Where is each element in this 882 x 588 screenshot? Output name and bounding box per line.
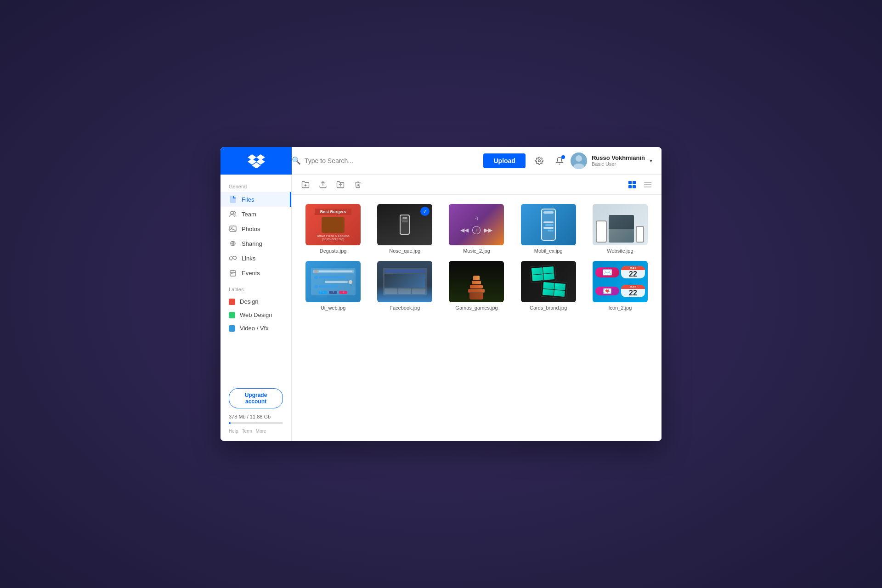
events-icon [229,269,237,277]
body: General Files [220,175,662,441]
icon2-thumbnail: ✉️ MAY 22 💌 MAY 22 [593,261,648,302]
sidebar-item-sharing[interactable]: Sharing [220,236,291,251]
mobil-thumbnail [521,204,576,245]
design-color-dot [229,299,235,305]
links-icon [229,254,237,262]
file-name: Facebook.jpg [390,305,420,311]
degusta-thumbnail: Best Burgers Brava Pizza & Esquina (cost… [305,204,361,245]
sidebar-label-files: Files [242,196,254,203]
storage-bar [229,422,283,424]
file-item[interactable]: Gamas_games.jpg [444,261,509,311]
file-name: Website.jpg [607,248,633,254]
svg-rect-16 [628,181,632,184]
website-thumbnail [593,204,648,245]
file-item[interactable]: Best Burgers Brava Pizza & Esquina (cost… [301,204,365,254]
notification-badge [561,155,565,159]
list-view-icon[interactable] [641,178,654,191]
files-icon [229,195,237,204]
svg-point-7 [231,227,232,229]
upload-button[interactable]: Upload [483,153,525,168]
user-name: Russo Vokhmianin [592,154,645,161]
file-name: Gamas_games.jpg [455,305,498,311]
file-thumbnail: ✉️ MAY 22 💌 MAY 22 [593,261,648,302]
files-grid: Best Burgers Brava Pizza & Esquina (cost… [292,195,662,441]
uiweb-thumbnail: t f i [305,261,361,302]
sidebar-item-webdesign[interactable]: Web Design [220,308,291,322]
file-item[interactable]: Website.jpg [588,204,652,254]
file-thumbnail: t f i [305,261,361,302]
user-role: Basic User [592,161,645,167]
sidebar-item-videovfx[interactable]: Video / Vfx [220,322,291,335]
avatar-image [571,153,587,169]
file-item[interactable]: Cards_brand.jpg [516,261,581,311]
delete-icon[interactable] [351,178,364,191]
logo-area [220,147,292,175]
upload-folder-icon[interactable] [334,178,347,191]
sidebar-item-events[interactable]: Events [220,266,291,280]
file-name: Mobil_ex.jpg [534,248,563,254]
term-link[interactable]: Term [242,429,252,434]
svg-rect-19 [633,185,636,188]
more-link[interactable]: More [256,429,266,434]
sidebar-item-files[interactable]: Files [220,192,291,207]
file-item[interactable]: Facebook.jpg [373,261,437,311]
file-name: Music_2.jpg [463,248,490,254]
cards-thumbnail [521,261,576,302]
notifications-icon[interactable] [552,153,567,168]
sidebar-label-photos: Photos [242,226,260,232]
toolbar [292,175,662,195]
user-area[interactable]: Russo Vokhmianin Basic User ▾ [571,153,652,169]
search-input[interactable] [305,157,433,164]
file-thumbnail [449,261,504,302]
grid-view-icon[interactable] [626,178,639,191]
sidebar-item-links[interactable]: Links [220,251,291,266]
photos-icon [229,225,237,233]
svg-rect-10 [231,273,232,274]
file-item[interactable]: ♫ ◀◀ ⏸ ▶▶ Music_2.jpg [444,204,509,254]
sidebar-label-events: Events [242,270,260,277]
file-name: Cards_brand.jpg [530,305,567,311]
sharing-icon [229,239,237,248]
settings-icon[interactable] [532,153,547,168]
file-thumbnail: ♫ ◀◀ ⏸ ▶▶ [449,204,504,245]
svg-rect-17 [633,181,636,184]
file-thumbnail [377,261,432,302]
help-link[interactable]: Help [229,429,238,434]
sidebar-item-photos[interactable]: Photos [220,221,291,236]
user-info: Russo Vokhmianin Basic User [592,154,645,167]
view-toggle [626,178,654,191]
file-item[interactable]: Mobil_ex.jpg [516,204,581,254]
upgrade-button[interactable]: Upgrade account [229,388,283,408]
svg-point-0 [538,159,541,162]
team-icon [229,210,237,218]
music-controls: ◀◀ ⏸ ▶▶ [460,226,492,234]
svg-rect-18 [628,185,632,188]
app-window: 🔍 Upload [220,147,662,441]
file-thumbnail: ✓ [377,204,432,245]
file-item[interactable]: ✓ Nose_que.jpg [373,204,437,254]
storage-label: 378 Mb / 11,88 Gb [229,414,283,419]
sidebar-label-design: Design [240,298,258,305]
file-thumbnail [521,204,576,245]
sidebar-item-team[interactable]: Team [220,207,291,221]
file-item[interactable]: t f i Ui_web.jpg [301,261,365,311]
sidebar: General Files [220,175,292,441]
storage-bar-fill [229,422,231,424]
sidebar-label-sharing: Sharing [242,240,262,247]
general-section-label: General [220,184,291,189]
search-area: 🔍 [292,156,483,165]
upload-file-icon[interactable] [317,178,329,191]
new-folder-icon[interactable] [299,178,312,191]
header-icons [532,153,567,168]
sidebar-item-design[interactable]: Design [220,295,291,308]
videovfx-color-dot [229,325,235,332]
gamas-thumbnail [449,261,504,302]
sidebar-bottom: Upgrade account 378 Mb / 11,88 Gb Help T… [220,388,291,434]
header: 🔍 Upload [220,147,662,175]
facebook-thumbnail [377,261,432,302]
file-name: Nose_que.jpg [389,248,420,254]
sidebar-label-links: Links [242,255,255,262]
file-item[interactable]: ✉️ MAY 22 💌 MAY 22 [588,261,652,311]
chevron-down-icon: ▾ [650,158,652,164]
main-content: Best Burgers Brava Pizza & Esquina (cost… [292,175,662,441]
